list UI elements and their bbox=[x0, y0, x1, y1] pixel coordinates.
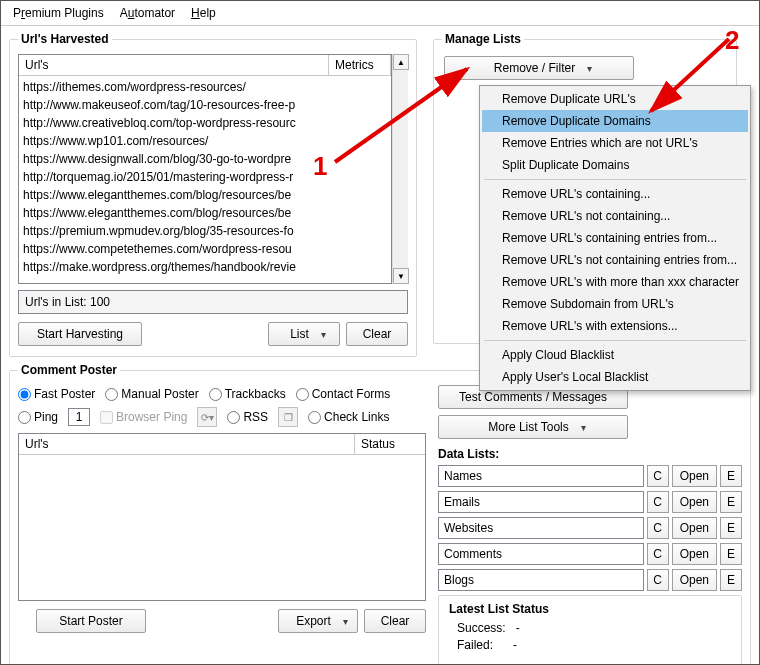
poster-col-urls[interactable]: Url's bbox=[19, 434, 355, 454]
fast-poster-radio[interactable]: Fast Poster bbox=[18, 387, 95, 401]
url-row[interactable]: https://www.wp101.com/resources/ bbox=[23, 132, 387, 150]
emails-open-button[interactable]: Open bbox=[672, 491, 717, 513]
urls-harvested-legend: Url's Harvested bbox=[18, 32, 112, 46]
rss-radio[interactable]: RSS bbox=[227, 410, 268, 424]
trackbacks-radio[interactable]: Trackbacks bbox=[209, 387, 286, 401]
url-row[interactable]: http://torquemag.io/2015/01/mastering-wo… bbox=[23, 168, 387, 186]
menu-local-blacklist[interactable]: Apply User's Local Blacklist bbox=[482, 366, 748, 388]
menu-remove-more-chars[interactable]: Remove URL's with more than xxx characte… bbox=[482, 271, 748, 293]
websites-c-button[interactable]: C bbox=[647, 517, 669, 539]
url-row[interactable]: http://www.creativebloq.com/top-wordpres… bbox=[23, 114, 387, 132]
data-list-row-emails: C Open E bbox=[438, 491, 742, 513]
data-list-row-names: C Open E bbox=[438, 465, 742, 487]
menu-remove-subdomain[interactable]: Remove Subdomain from URL's bbox=[482, 293, 748, 315]
contact-forms-radio[interactable]: Contact Forms bbox=[296, 387, 391, 401]
start-harvesting-button[interactable]: Start Harvesting bbox=[18, 322, 142, 346]
menubar: Premium Plugins Automator Help bbox=[1, 1, 759, 26]
poster-list-box: Url's Status bbox=[18, 433, 426, 601]
export-dropdown-button[interactable]: Export bbox=[278, 609, 358, 633]
failed-label: Failed: bbox=[457, 638, 493, 652]
remove-filter-dropdown[interactable]: Remove / Filter bbox=[444, 56, 634, 80]
list-dropdown-button[interactable]: List bbox=[268, 322, 340, 346]
success-value: - bbox=[516, 621, 520, 635]
failed-value: - bbox=[513, 638, 517, 652]
menu-split-dup-domains[interactable]: Split Duplicate Domains bbox=[482, 154, 748, 176]
menu-remove-extensions[interactable]: Remove URL's with extensions... bbox=[482, 315, 748, 337]
menu-remove-not-entries-from[interactable]: Remove URL's not containing entries from… bbox=[482, 249, 748, 271]
comments-e-button[interactable]: E bbox=[720, 543, 742, 565]
comment-poster-group: Comment Poster Fast Poster Manual Poster… bbox=[9, 363, 751, 665]
comment-poster-legend: Comment Poster bbox=[18, 363, 120, 377]
success-label: Success: bbox=[457, 621, 506, 635]
menu-remove-dup-domains[interactable]: Remove Duplicate Domains bbox=[482, 110, 748, 132]
chevron-down-icon bbox=[321, 327, 326, 341]
menu-cloud-blacklist[interactable]: Apply Cloud Blacklist bbox=[482, 344, 748, 366]
websites-input[interactable] bbox=[438, 517, 644, 539]
blogs-e-button[interactable]: E bbox=[720, 569, 742, 591]
names-c-button[interactable]: C bbox=[647, 465, 669, 487]
chevron-down-icon bbox=[343, 614, 348, 628]
menu-help[interactable]: Help bbox=[191, 6, 216, 20]
chevron-down-icon bbox=[587, 61, 592, 75]
start-poster-button[interactable]: Start Poster bbox=[36, 609, 146, 633]
poster-col-status[interactable]: Status bbox=[355, 434, 425, 454]
urls-harvested-group: Url's Harvested Url's Metrics https://it… bbox=[9, 32, 417, 357]
url-list-header: Url's Metrics bbox=[19, 55, 391, 76]
ping-count-input[interactable] bbox=[68, 408, 90, 426]
url-row[interactable]: https://www.designwall.com/blog/30-go-to… bbox=[23, 150, 387, 168]
url-row[interactable]: https://make.wordpress.org/themes/handbo… bbox=[23, 258, 387, 276]
data-list-row-blogs: C Open E bbox=[438, 569, 742, 591]
more-list-tools-dropdown[interactable]: More List Tools bbox=[438, 415, 628, 439]
menu-premium-plugins[interactable]: Premium Plugins bbox=[13, 6, 104, 20]
menu-automator[interactable]: Automator bbox=[120, 6, 175, 20]
scroll-down-icon[interactable]: ▼ bbox=[393, 268, 409, 284]
comments-c-button[interactable]: C bbox=[647, 543, 669, 565]
menu-remove-not-urls[interactable]: Remove Entries which are not URL's bbox=[482, 132, 748, 154]
copy-icon[interactable]: ❐ bbox=[278, 407, 298, 427]
names-e-button[interactable]: E bbox=[720, 465, 742, 487]
chevron-down-icon bbox=[581, 420, 586, 434]
menu-remove-not-containing[interactable]: Remove URL's not containing... bbox=[482, 205, 748, 227]
refresh-icon[interactable]: ⟳▾ bbox=[197, 407, 217, 427]
col-metrics[interactable]: Metrics bbox=[329, 55, 391, 75]
data-lists-label: Data Lists: bbox=[438, 447, 742, 461]
names-input[interactable] bbox=[438, 465, 644, 487]
url-list-scrollbar[interactable]: ▲ ▼ bbox=[392, 54, 408, 284]
clear-poster-button[interactable]: Clear bbox=[364, 609, 426, 633]
manual-poster-radio[interactable]: Manual Poster bbox=[105, 387, 198, 401]
menu-remove-entries-from[interactable]: Remove URL's containing entries from... bbox=[482, 227, 748, 249]
url-row[interactable]: https://premium.wpmudev.org/blog/35-reso… bbox=[23, 222, 387, 240]
emails-c-button[interactable]: C bbox=[647, 491, 669, 513]
url-list-box: Url's Metrics https://ithemes.com/wordpr… bbox=[18, 54, 392, 284]
comments-input[interactable] bbox=[438, 543, 644, 565]
browser-ping-checkbox: Browser Ping bbox=[100, 410, 187, 424]
url-row[interactable]: https://ithemes.com/wordpress-resources/ bbox=[23, 78, 387, 96]
data-list-row-comments: C Open E bbox=[438, 543, 742, 565]
url-row[interactable]: https://www.elegantthemes.com/blog/resou… bbox=[23, 204, 387, 222]
emails-e-button[interactable]: E bbox=[720, 491, 742, 513]
col-urls[interactable]: Url's bbox=[19, 55, 329, 75]
url-list[interactable]: https://ithemes.com/wordpress-resources/… bbox=[19, 76, 391, 283]
remove-filter-menu: Remove Duplicate URL's Remove Duplicate … bbox=[479, 85, 751, 391]
websites-open-button[interactable]: Open bbox=[672, 517, 717, 539]
latest-list-status-group: Latest List Status Success: - Failed: - bbox=[438, 595, 742, 665]
check-links-radio[interactable]: Check Links bbox=[308, 410, 389, 424]
poster-list[interactable] bbox=[19, 455, 425, 600]
menu-remove-dup-urls[interactable]: Remove Duplicate URL's bbox=[482, 88, 748, 110]
latest-list-status-title: Latest List Status bbox=[449, 602, 731, 616]
manage-lists-legend: Manage Lists bbox=[442, 32, 524, 46]
url-row[interactable]: http://www.makeuseof.com/tag/10-resource… bbox=[23, 96, 387, 114]
blogs-open-button[interactable]: Open bbox=[672, 569, 717, 591]
scroll-up-icon[interactable]: ▲ bbox=[393, 54, 409, 70]
blogs-c-button[interactable]: C bbox=[647, 569, 669, 591]
emails-input[interactable] bbox=[438, 491, 644, 513]
names-open-button[interactable]: Open bbox=[672, 465, 717, 487]
clear-harvest-button[interactable]: Clear bbox=[346, 322, 408, 346]
blogs-input[interactable] bbox=[438, 569, 644, 591]
url-row[interactable]: https://www.competethemes.com/wordpress-… bbox=[23, 240, 387, 258]
menu-remove-containing[interactable]: Remove URL's containing... bbox=[482, 183, 748, 205]
websites-e-button[interactable]: E bbox=[720, 517, 742, 539]
comments-open-button[interactable]: Open bbox=[672, 543, 717, 565]
url-row[interactable]: https://www.elegantthemes.com/blog/resou… bbox=[23, 186, 387, 204]
ping-radio[interactable]: Ping bbox=[18, 410, 58, 424]
